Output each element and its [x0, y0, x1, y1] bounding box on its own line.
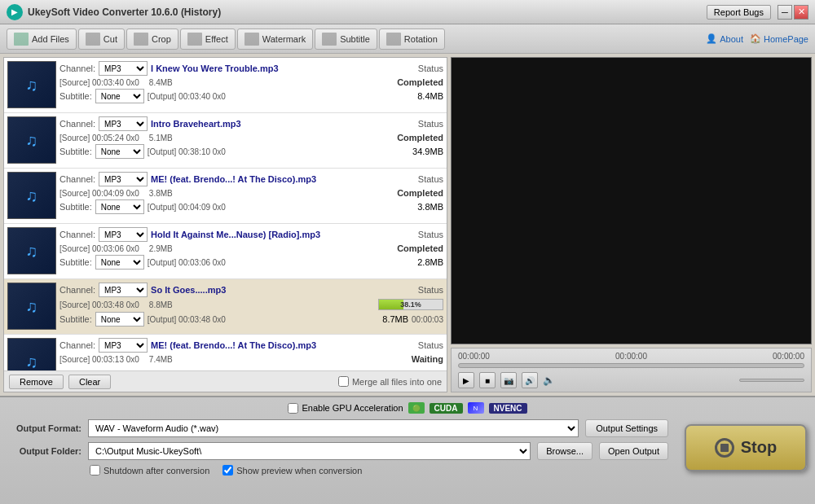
- file-output-size-4: 8.7MB: [382, 314, 408, 324]
- open-output-button[interactable]: Open Output: [599, 442, 668, 460]
- file-info-0: Channel: MP3 I Knew You Were Trouble.mp3…: [59, 61, 443, 109]
- file-thumbnail-1: ♫: [7, 116, 56, 164]
- file-row-out-2: Subtitle: None [Output] 00:04:09 0x0 3.8…: [59, 199, 443, 214]
- stop-button-player[interactable]: ■: [479, 372, 496, 388]
- file-row-top-0: Channel: MP3 I Knew You Were Trouble.mp3…: [59, 61, 443, 76]
- table-row[interactable]: ♫ Channel: MP3 I Knew You Were Trouble.m…: [4, 58, 447, 113]
- channel-label-3: Channel:: [59, 230, 95, 239]
- file-source-4: [Source] 00:03:48 0x0: [59, 300, 139, 309]
- progress-bar-4: 38.1%: [378, 299, 443, 310]
- ctrl-row: ▶ ■ 📷 🔊 🔈: [458, 372, 804, 388]
- file-source-2: [Source] 00:04:09 0x0: [59, 189, 139, 198]
- crop-icon: [134, 33, 148, 46]
- subtitle-select-2[interactable]: None: [95, 199, 144, 214]
- channel-select-1[interactable]: MP3: [99, 116, 148, 131]
- channel-select-3[interactable]: MP3: [99, 227, 148, 242]
- toolbar-right: 👤 About 🏠 HomePage: [706, 33, 808, 44]
- watermark-button[interactable]: Watermark: [237, 28, 313, 50]
- crop-button[interactable]: Crop: [126, 28, 178, 50]
- table-row[interactable]: ♫ Channel: MP3 So It Goes.....mp3 Status…: [4, 279, 447, 335]
- channel-select-0[interactable]: MP3: [99, 61, 148, 76]
- file-output-3: [Output] 00:03:06 0x0: [148, 258, 411, 267]
- clear-button[interactable]: Clear: [68, 375, 111, 389]
- options-row: Shutdown after conversion Show preview w…: [8, 465, 668, 476]
- bottom-fields: Output Format: WAV - Waveform Audio (*.w…: [8, 419, 668, 476]
- channel-label-4: Channel:: [59, 285, 95, 295]
- about-link[interactable]: 👤 About: [706, 33, 743, 44]
- audio-button[interactable]: 🔊: [522, 372, 538, 388]
- folder-label: Output Folder:: [8, 446, 82, 456]
- file-output-size-0: 8.4MB: [417, 91, 443, 101]
- file-source-size-5: 7.4MB: [149, 355, 173, 364]
- player-progress-track[interactable]: [458, 363, 804, 368]
- subtitle-label-0: Subtitle:: [59, 91, 92, 101]
- format-row: Output Format: WAV - Waveform Audio (*.w…: [8, 419, 668, 437]
- file-row-src-0: [Source] 00:03:40 0x0 8.4MB Completed: [59, 77, 443, 87]
- titlebar: ▶ UkeySoft Video Converter 10.6.0 (Histo…: [0, 0, 815, 24]
- play-button[interactable]: ▶: [458, 372, 474, 388]
- channel-select-2[interactable]: MP3: [99, 172, 148, 186]
- table-row[interactable]: ♫ Channel: MP3 Intro Braveheart.mp3 Stat…: [4, 113, 447, 169]
- browse-button[interactable]: Browse...: [537, 442, 593, 460]
- file-list-scroll[interactable]: ♫ Channel: MP3 I Knew You Were Trouble.m…: [4, 58, 447, 370]
- close-button[interactable]: ✕: [794, 5, 808, 20]
- file-thumbnail-4: ♫: [7, 283, 56, 330]
- channel-select-4[interactable]: MP3: [99, 283, 148, 297]
- table-row[interactable]: ♫ Channel: MP3 ME! (feat. Brendo...! At …: [4, 335, 447, 370]
- file-output-4: [Output] 00:03:48 0x0: [148, 315, 377, 324]
- file-name-5: ME! (feat. Brendo...! At The Disco).mp3: [151, 340, 415, 350]
- channel-select-5[interactable]: MP3: [99, 338, 148, 353]
- file-source-size-1: 5.1MB: [149, 134, 173, 142]
- watermark-icon: [244, 33, 259, 46]
- subtitle-select-4[interactable]: None: [95, 312, 144, 327]
- rotation-button[interactable]: Rotation: [379, 28, 445, 50]
- file-row-out-0: Subtitle: None [Output] 00:03:40 0x0 8.4…: [59, 89, 443, 103]
- toolbar-left: Add Files Cut Crop Effect Watermark Subt…: [7, 28, 445, 50]
- shutdown-checkbox[interactable]: [90, 465, 100, 476]
- file-info-2: Channel: MP3 ME! (feat. Brendo...! At Th…: [59, 172, 443, 220]
- preview-check-wrap: Show preview when conversion: [222, 465, 362, 476]
- subtitle-label-1: Subtitle:: [59, 147, 92, 156]
- stop-conversion-button[interactable]: Stop: [685, 424, 807, 471]
- volume-track[interactable]: [739, 379, 804, 382]
- subtitle-select-1[interactable]: None: [95, 144, 144, 159]
- gpu-checkbox[interactable]: [288, 403, 298, 414]
- homepage-link[interactable]: 🏠 HomePage: [750, 33, 808, 44]
- app-title: UkeySoft Video Converter 10.6.0 (History…: [28, 7, 221, 18]
- preview-checkbox[interactable]: [222, 465, 233, 476]
- file-source-0: [Source] 00:03:40 0x0: [59, 78, 139, 87]
- format-select[interactable]: WAV - Waveform Audio (*.wav): [88, 419, 579, 437]
- status-val-3: Completed: [397, 243, 443, 253]
- file-source-size-4: 8.8MB: [149, 300, 173, 309]
- folder-select[interactable]: C:\Output Music-UkeySoft\: [88, 442, 531, 460]
- screenshot-button[interactable]: 📷: [500, 372, 517, 388]
- cut-button[interactable]: Cut: [78, 28, 125, 50]
- file-output-size-3: 2.8MB: [417, 257, 443, 267]
- subtitle-select-3[interactable]: None: [95, 255, 144, 270]
- file-name-1: Intro Braveheart.mp3: [151, 119, 415, 129]
- minimize-button[interactable]: ─: [778, 5, 792, 20]
- output-settings-button[interactable]: Output Settings: [585, 419, 668, 437]
- effect-button[interactable]: Effect: [180, 28, 236, 50]
- channel-label-5: Channel:: [59, 340, 95, 350]
- subtitle-label-4: Subtitle:: [59, 314, 92, 324]
- titlebar-left: ▶ UkeySoft Video Converter 10.6.0 (Histo…: [7, 4, 221, 20]
- file-thumbnail-3: ♫: [7, 227, 56, 274]
- add-files-button[interactable]: Add Files: [7, 28, 77, 50]
- preview-panel: 00:00:00 00:00:00 00:00:00 ▶ ■ 📷 🔊 🔈: [451, 57, 812, 392]
- main-area: ♫ Channel: MP3 I Knew You Were Trouble.m…: [0, 54, 815, 396]
- subtitle-button[interactable]: Subtitle: [315, 28, 377, 50]
- merge-checkbox[interactable]: [338, 376, 349, 387]
- file-row-top-1: Channel: MP3 Intro Braveheart.mp3 Status: [59, 116, 443, 131]
- bottom-content: Output Format: WAV - Waveform Audio (*.w…: [8, 419, 807, 476]
- remove-button[interactable]: Remove: [9, 375, 64, 389]
- table-row[interactable]: ♫ Channel: MP3 Hold It Against Me...Naus…: [4, 224, 447, 279]
- table-row[interactable]: ♫ Channel: MP3 ME! (feat. Brendo...! At …: [4, 169, 447, 224]
- format-label: Output Format:: [8, 423, 82, 433]
- status-label-2: Status: [418, 174, 443, 184]
- report-bugs-button[interactable]: Report Bugs: [707, 5, 771, 20]
- file-row-src-5: [Source] 00:03:13 0x0 7.4MB Waiting: [59, 354, 443, 364]
- music-note-icon-1: ♫: [26, 131, 38, 150]
- file-row-top-5: Channel: MP3 ME! (feat. Brendo...! At Th…: [59, 338, 443, 353]
- subtitle-select-0[interactable]: None: [95, 89, 144, 103]
